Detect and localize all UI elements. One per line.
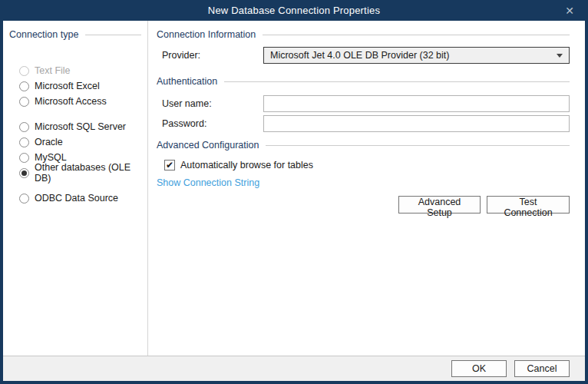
advanced-setup-button[interactable]: Advanced Setup xyxy=(398,196,481,214)
radio-icon xyxy=(19,153,29,163)
auto-browse-tables-checkbox-row[interactable]: ✔ Automatically browse for tables xyxy=(164,160,570,170)
advanced-buttons-row: Advanced Setup Test Connection xyxy=(157,196,570,214)
header-rule xyxy=(224,81,570,82)
connection-type-panel: Connection type Text File Microsoft Exce… xyxy=(3,21,148,356)
radio-other-databases-ole-db[interactable]: Other databases (OLE DB) xyxy=(19,165,141,180)
auto-browse-tables-label: Automatically browse for tables xyxy=(180,160,313,170)
password-label: Password: xyxy=(162,118,263,129)
advanced-configuration-header-label: Advanced Configuration xyxy=(157,140,259,151)
provider-label: Provider: xyxy=(162,50,263,61)
password-row: Password: xyxy=(162,115,570,132)
advanced-configuration-header: Advanced Configuration xyxy=(157,140,570,151)
checkbox-checked-icon[interactable]: ✔ xyxy=(164,160,175,170)
header-rule xyxy=(85,35,141,35)
provider-row: Provider: Microsoft Jet 4.0 OLE DB Provi… xyxy=(162,47,570,64)
test-connection-button[interactable]: Test Connection xyxy=(487,196,570,214)
connection-type-list: Text File Microsoft Excel Microsoft Acce… xyxy=(9,63,141,206)
show-connection-string-row: Show Connection String xyxy=(157,177,570,188)
radio-label: MySQL xyxy=(35,152,67,163)
radio-label: Oracle xyxy=(35,137,63,147)
radio-odbc-data-source[interactable]: ODBC Data Source xyxy=(19,190,141,206)
dialog-title: New Database Connection Properties xyxy=(208,5,380,16)
connection-type-header: Connection type xyxy=(9,29,141,40)
radio-icon xyxy=(19,194,29,204)
dialog-footer: OK Cancel xyxy=(3,356,585,381)
radio-icon xyxy=(19,137,29,147)
header-rule xyxy=(263,35,570,35)
provider-dropdown-value: Microsoft Jet 4.0 OLE DB Provider (32 bi… xyxy=(270,50,550,61)
radio-icon xyxy=(19,97,29,107)
radio-label: Other databases (OLE DB) xyxy=(35,162,141,184)
authentication-header: Authentication xyxy=(157,76,570,87)
radio-icon xyxy=(19,81,29,91)
radio-label: Microsoft Excel xyxy=(35,81,100,91)
radio-group-odbc: ODBC Data Source xyxy=(19,190,141,206)
connection-information-header-label: Connection Information xyxy=(157,29,256,40)
radio-icon-selected xyxy=(19,168,29,178)
connection-type-header-label: Connection type xyxy=(9,29,78,40)
radio-label: Microsoft SQL Server xyxy=(35,121,126,132)
dialog-window: New Database Connection Properties ✕ Con… xyxy=(0,0,588,384)
username-input[interactable] xyxy=(263,95,570,112)
radio-label: Text File xyxy=(35,65,71,76)
ok-button[interactable]: OK xyxy=(451,360,507,377)
radio-group-servers: Microsoft SQL Server Oracle MySQL O xyxy=(19,119,141,180)
radio-icon xyxy=(19,66,29,76)
radio-oracle[interactable]: Oracle xyxy=(19,134,141,150)
radio-microsoft-access[interactable]: Microsoft Access xyxy=(19,94,141,109)
cancel-button[interactable]: Cancel xyxy=(514,360,570,377)
radio-label: ODBC Data Source xyxy=(35,193,118,204)
connection-settings-panel: Connection Information Provider: Microso… xyxy=(148,21,585,356)
authentication-header-label: Authentication xyxy=(157,76,217,87)
radio-text-file[interactable]: Text File xyxy=(19,63,141,78)
radio-label: Microsoft Access xyxy=(35,96,107,107)
provider-dropdown[interactable]: Microsoft Jet 4.0 OLE DB Provider (32 bi… xyxy=(263,47,570,64)
titlebar: New Database Connection Properties ✕ xyxy=(0,0,588,21)
radio-microsoft-sql-server[interactable]: Microsoft SQL Server xyxy=(19,119,141,134)
show-connection-string-link[interactable]: Show Connection String xyxy=(157,177,259,188)
chevron-down-icon xyxy=(557,54,563,58)
header-rule xyxy=(266,145,570,146)
username-row: User name: xyxy=(162,95,570,112)
connection-information-header: Connection Information xyxy=(157,29,570,40)
username-label: User name: xyxy=(162,98,263,109)
radio-icon xyxy=(19,122,29,132)
password-input[interactable] xyxy=(263,115,570,132)
radio-group-files: Text File Microsoft Excel Microsoft Acce… xyxy=(19,63,141,109)
close-icon[interactable]: ✕ xyxy=(559,0,580,21)
radio-microsoft-excel[interactable]: Microsoft Excel xyxy=(19,78,141,94)
dialog-body: Connection type Text File Microsoft Exce… xyxy=(3,21,585,381)
